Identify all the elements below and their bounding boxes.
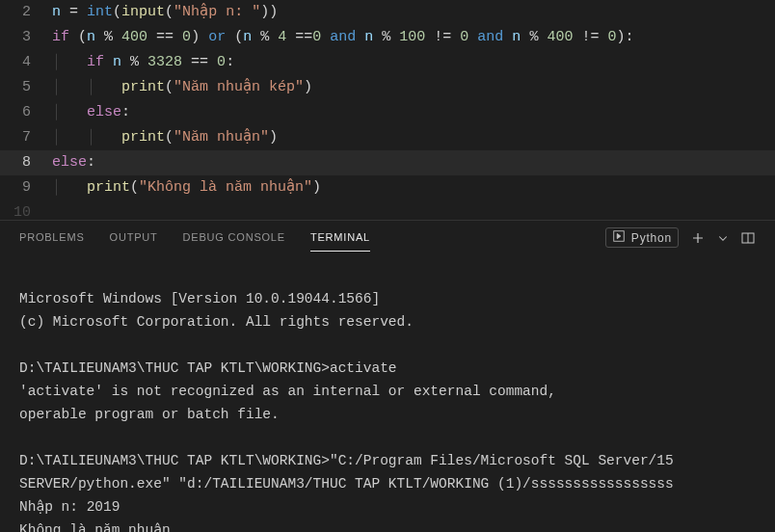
terminal-line: Microsoft Windows [Version 10.0.19044.15…	[19, 291, 380, 306]
line-number: 10	[0, 200, 52, 220]
terminal-line: D:\TAILIEUNAM3\THUC TAP KTLT\WORKING>act…	[19, 360, 397, 376]
terminal-output[interactable]: Microsoft Windows [Version 10.0.19044.15…	[0, 254, 775, 532]
split-terminal-button[interactable]	[740, 230, 756, 246]
terminal-line: D:\TAILIEUNAM3\THUC TAP KTLT\WORKING>"C:…	[19, 453, 674, 468]
terminal-line: 'activate' is not recognized as an inter…	[19, 384, 556, 399]
tab-output[interactable]: OUTPUT	[110, 224, 158, 252]
line-number: 5	[0, 75, 52, 100]
line-content: │ if n % 3328 == 0:	[52, 50, 775, 75]
line-content: else:	[52, 150, 775, 175]
line-content: n = int(input("Nhập n: "))	[52, 0, 775, 25]
chevron-down-icon[interactable]	[717, 232, 729, 244]
panel-actions: Python	[605, 227, 756, 248]
panel-tabbar: PROBLEMS OUTPUT DEBUG CONSOLE TERMINAL P…	[0, 221, 775, 254]
line-content: │ │ print("Năm nhuận")	[52, 125, 775, 150]
code-line[interactable]: 3 if (n % 400 == 0) or (n % 4 ==0 and n …	[0, 25, 775, 50]
line-content: │ else:	[52, 100, 775, 125]
tab-problems[interactable]: PROBLEMS	[19, 224, 85, 252]
terminal-line: SERVER/python.exe" "d:/TAILIEUNAM3/THUC …	[19, 476, 674, 492]
line-number: 7	[0, 125, 52, 150]
line-number: 3	[0, 25, 52, 50]
code-line[interactable]: 8 else:	[0, 150, 775, 175]
line-number: 8	[0, 150, 52, 175]
code-line[interactable]: 6 │ else:	[0, 100, 775, 125]
line-number: 2	[0, 0, 52, 25]
terminal-line: Nhập n: 2019	[19, 499, 120, 515]
line-content: │ print("Không là năm nhuận")	[52, 175, 775, 200]
code-line[interactable]: 7 │ │ print("Năm nhuận")	[0, 125, 775, 150]
code-line[interactable]: 10	[0, 200, 775, 220]
launch-profile-button[interactable]: Python	[605, 227, 679, 248]
panel-container: PROBLEMS OUTPUT DEBUG CONSOLE TERMINAL P…	[0, 220, 775, 532]
terminal-line: (c) Microsoft Corporation. All rights re…	[19, 314, 414, 330]
code-line[interactable]: 9 │ print("Không là năm nhuận")	[0, 175, 775, 200]
line-content: if (n % 400 == 0) or (n % 4 ==0 and n % …	[52, 25, 775, 50]
line-content: │ │ print("Năm nhuận kép")	[52, 75, 775, 100]
tab-terminal[interactable]: TERMINAL	[310, 224, 370, 252]
panel-tabs: PROBLEMS OUTPUT DEBUG CONSOLE TERMINAL	[19, 224, 370, 252]
editor-pane[interactable]: 2 n = int(input("Nhập n: ")) 3 if (n % 4…	[0, 0, 775, 220]
caret-right-icon	[612, 229, 626, 246]
terminal-line: operable program or batch file.	[19, 407, 280, 422]
code-line[interactable]: 5 │ │ print("Năm nhuận kép")	[0, 75, 775, 100]
tab-debug-console[interactable]: DEBUG CONSOLE	[183, 224, 285, 252]
terminal-line: Không là năm nhuận	[19, 522, 171, 532]
line-number: 4	[0, 50, 52, 75]
code-line[interactable]: 2 n = int(input("Nhập n: "))	[0, 0, 775, 25]
new-terminal-button[interactable]	[690, 230, 706, 246]
launch-profile-label: Python	[631, 231, 672, 245]
code-line[interactable]: 4 │ if n % 3328 == 0:	[0, 50, 775, 75]
line-number: 6	[0, 100, 52, 125]
line-number: 9	[0, 175, 52, 200]
